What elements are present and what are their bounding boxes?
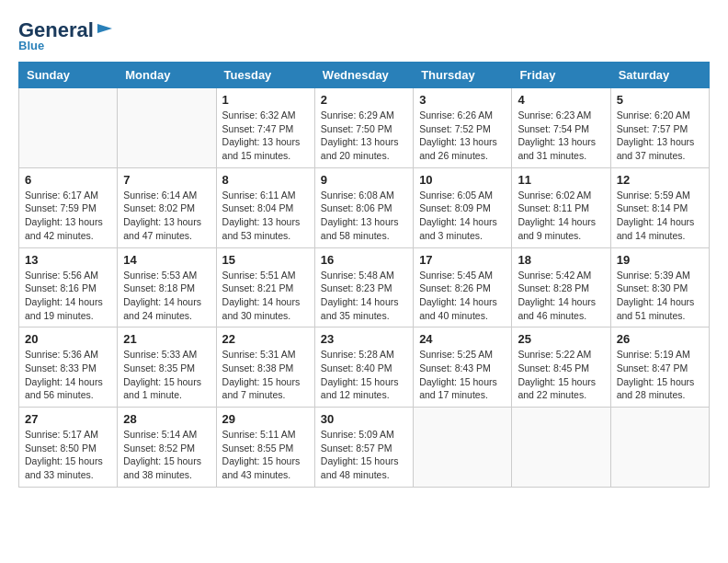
calendar-cell: 19Sunrise: 5:39 AMSunset: 8:30 PMDayligh… (610, 247, 709, 327)
calendar-week-4: 27Sunrise: 5:17 AMSunset: 8:50 PMDayligh… (19, 408, 710, 488)
day-number: 18 (518, 253, 604, 267)
calendar-cell: 11Sunrise: 6:02 AMSunset: 8:11 PMDayligh… (512, 167, 610, 247)
weekday-header-sunday: Sunday (19, 63, 118, 88)
calendar-cell: 24Sunrise: 5:25 AMSunset: 8:43 PMDayligh… (414, 327, 512, 408)
day-number: 19 (617, 253, 703, 267)
calendar-cell: 22Sunrise: 5:31 AMSunset: 8:38 PMDayligh… (216, 327, 314, 408)
day-number: 10 (419, 173, 506, 187)
calendar-cell: 17Sunrise: 5:45 AMSunset: 8:26 PMDayligh… (414, 247, 512, 327)
day-number: 13 (25, 253, 111, 267)
logo-text: General (18, 20, 94, 40)
calendar-table: SundayMondayTuesdayWednesdayThursdayFrid… (18, 62, 710, 488)
day-number: 24 (419, 332, 506, 346)
calendar-cell: 18Sunrise: 5:42 AMSunset: 8:28 PMDayligh… (512, 247, 610, 327)
day-info: Sunrise: 5:28 AMSunset: 8:40 PMDaylight:… (321, 348, 407, 402)
day-number: 1 (222, 93, 309, 107)
day-number: 29 (222, 412, 309, 426)
day-info: Sunrise: 6:02 AMSunset: 8:11 PMDaylight:… (518, 189, 604, 243)
day-info: Sunrise: 5:39 AMSunset: 8:30 PMDaylight:… (617, 269, 703, 323)
calendar-cell (118, 88, 216, 168)
logo: General Blue (18, 18, 116, 52)
calendar-cell: 14Sunrise: 5:53 AMSunset: 8:18 PMDayligh… (118, 247, 216, 327)
calendar-cell: 28Sunrise: 5:14 AMSunset: 8:52 PMDayligh… (118, 408, 216, 488)
logo-blue: Blue (18, 39, 44, 52)
calendar-cell: 8Sunrise: 6:11 AMSunset: 8:04 PMDaylight… (216, 167, 314, 247)
day-number: 12 (617, 173, 703, 187)
day-number: 22 (222, 332, 309, 346)
day-info: Sunrise: 5:59 AMSunset: 8:14 PMDaylight:… (617, 189, 703, 243)
calendar-cell: 27Sunrise: 5:17 AMSunset: 8:50 PMDayligh… (19, 408, 118, 488)
calendar-cell (414, 408, 512, 488)
day-number: 5 (617, 93, 703, 107)
day-info: Sunrise: 5:11 AMSunset: 8:55 PMDaylight:… (222, 428, 309, 482)
calendar-cell: 13Sunrise: 5:56 AMSunset: 8:16 PMDayligh… (19, 247, 118, 327)
day-info: Sunrise: 5:51 AMSunset: 8:21 PMDaylight:… (222, 269, 309, 323)
calendar-cell: 2Sunrise: 6:29 AMSunset: 7:50 PMDaylight… (314, 88, 413, 168)
day-info: Sunrise: 5:42 AMSunset: 8:28 PMDaylight:… (518, 269, 604, 323)
calendar-cell: 10Sunrise: 6:05 AMSunset: 8:09 PMDayligh… (414, 167, 512, 247)
weekday-header-monday: Monday (118, 63, 216, 88)
day-number: 15 (222, 253, 309, 267)
day-info: Sunrise: 5:31 AMSunset: 8:38 PMDaylight:… (222, 348, 309, 402)
calendar-cell (610, 408, 709, 488)
day-info: Sunrise: 5:48 AMSunset: 8:23 PMDaylight:… (321, 269, 407, 323)
day-info: Sunrise: 6:20 AMSunset: 7:57 PMDaylight:… (617, 109, 703, 163)
day-number: 16 (321, 253, 407, 267)
calendar-cell: 6Sunrise: 6:17 AMSunset: 7:59 PMDaylight… (19, 167, 118, 247)
day-number: 9 (321, 173, 407, 187)
day-number: 2 (321, 93, 407, 107)
calendar-cell: 25Sunrise: 5:22 AMSunset: 8:45 PMDayligh… (512, 327, 610, 408)
calendar-cell: 5Sunrise: 6:20 AMSunset: 7:57 PMDaylight… (610, 88, 709, 168)
day-number: 30 (321, 412, 407, 426)
day-info: Sunrise: 5:25 AMSunset: 8:43 PMDaylight:… (419, 348, 506, 402)
calendar-cell: 26Sunrise: 5:19 AMSunset: 8:47 PMDayligh… (610, 327, 709, 408)
calendar-cell: 15Sunrise: 5:51 AMSunset: 8:21 PMDayligh… (216, 247, 314, 327)
calendar-cell: 12Sunrise: 5:59 AMSunset: 8:14 PMDayligh… (610, 167, 709, 247)
calendar-cell (512, 408, 610, 488)
day-number: 8 (222, 173, 309, 187)
day-info: Sunrise: 5:17 AMSunset: 8:50 PMDaylight:… (25, 428, 111, 482)
day-info: Sunrise: 5:53 AMSunset: 8:18 PMDaylight:… (123, 269, 210, 323)
day-number: 21 (123, 332, 210, 346)
day-info: Sunrise: 6:11 AMSunset: 8:04 PMDaylight:… (222, 189, 309, 243)
weekday-header-wednesday: Wednesday (314, 63, 413, 88)
day-info: Sunrise: 5:22 AMSunset: 8:45 PMDaylight:… (518, 348, 604, 402)
calendar-cell: 7Sunrise: 6:14 AMSunset: 8:02 PMDaylight… (118, 167, 216, 247)
calendar-cell: 29Sunrise: 5:11 AMSunset: 8:55 PMDayligh… (216, 408, 314, 488)
calendar-cell: 30Sunrise: 5:09 AMSunset: 8:57 PMDayligh… (314, 408, 413, 488)
calendar-cell: 9Sunrise: 6:08 AMSunset: 8:06 PMDaylight… (314, 167, 413, 247)
day-info: Sunrise: 6:29 AMSunset: 7:50 PMDaylight:… (321, 109, 407, 163)
day-number: 3 (419, 93, 506, 107)
weekday-header-row: SundayMondayTuesdayWednesdayThursdayFrid… (19, 63, 710, 88)
day-info: Sunrise: 6:26 AMSunset: 7:52 PMDaylight:… (419, 109, 506, 163)
day-number: 25 (518, 332, 604, 346)
svg-marker-0 (97, 24, 112, 33)
day-number: 14 (123, 253, 210, 267)
calendar-cell: 1Sunrise: 6:32 AMSunset: 7:47 PMDaylight… (216, 88, 314, 168)
page-header: General Blue (18, 18, 710, 52)
day-info: Sunrise: 6:17 AMSunset: 7:59 PMDaylight:… (25, 189, 111, 243)
weekday-header-tuesday: Tuesday (216, 63, 314, 88)
day-number: 4 (518, 93, 604, 107)
day-number: 28 (123, 412, 210, 426)
weekday-header-saturday: Saturday (610, 63, 709, 88)
calendar-cell (19, 88, 118, 168)
day-info: Sunrise: 6:32 AMSunset: 7:47 PMDaylight:… (222, 109, 309, 163)
weekday-header-thursday: Thursday (414, 63, 512, 88)
day-info: Sunrise: 6:23 AMSunset: 7:54 PMDaylight:… (518, 109, 604, 163)
day-number: 23 (321, 332, 407, 346)
logo-icon (96, 18, 116, 39)
calendar-body: 1Sunrise: 6:32 AMSunset: 7:47 PMDaylight… (19, 88, 710, 488)
day-info: Sunrise: 5:19 AMSunset: 8:47 PMDaylight:… (617, 348, 703, 402)
day-number: 6 (25, 173, 111, 187)
day-info: Sunrise: 6:08 AMSunset: 8:06 PMDaylight:… (321, 189, 407, 243)
calendar-week-1: 6Sunrise: 6:17 AMSunset: 7:59 PMDaylight… (19, 167, 710, 247)
day-info: Sunrise: 5:45 AMSunset: 8:26 PMDaylight:… (419, 269, 506, 323)
day-info: Sunrise: 6:05 AMSunset: 8:09 PMDaylight:… (419, 189, 506, 243)
calendar-cell: 4Sunrise: 6:23 AMSunset: 7:54 PMDaylight… (512, 88, 610, 168)
calendar-week-0: 1Sunrise: 6:32 AMSunset: 7:47 PMDaylight… (19, 88, 710, 168)
calendar-cell: 23Sunrise: 5:28 AMSunset: 8:40 PMDayligh… (314, 327, 413, 408)
day-info: Sunrise: 5:36 AMSunset: 8:33 PMDaylight:… (25, 348, 111, 402)
day-info: Sunrise: 5:56 AMSunset: 8:16 PMDaylight:… (25, 269, 111, 323)
day-info: Sunrise: 6:14 AMSunset: 8:02 PMDaylight:… (123, 189, 210, 243)
